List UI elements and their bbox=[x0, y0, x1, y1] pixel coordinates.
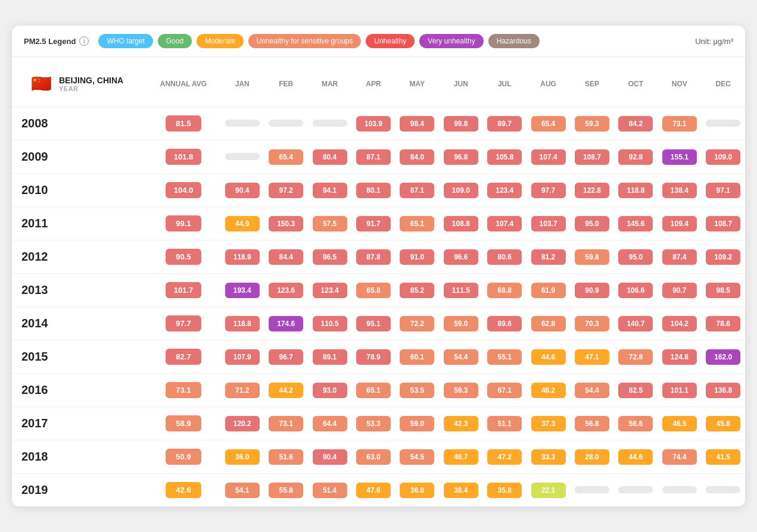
month-chip-2010-m1: 97.2 bbox=[269, 183, 303, 198]
val-cell-2012-m11: 109.2 bbox=[702, 240, 745, 274]
month-chip-2014-m10: 104.2 bbox=[662, 316, 697, 331]
month-chip-2010-m3: 80.1 bbox=[356, 183, 391, 198]
val-cell-2008-m8: 59.3 bbox=[570, 107, 613, 140]
month-chip-2012-m3: 87.8 bbox=[356, 249, 391, 265]
col-header-jan: JAN bbox=[220, 57, 264, 107]
avg-cell-2016: 73.1 bbox=[147, 374, 220, 407]
val-cell-2018-m4: 54.5 bbox=[395, 440, 439, 474]
month-chip-2010-m11: 97.1 bbox=[706, 183, 740, 198]
val-cell-2010-m0: 90.4 bbox=[220, 174, 264, 207]
month-chip-2019-m9 bbox=[618, 486, 653, 493]
month-chip-2018-m7: 33.3 bbox=[531, 449, 566, 465]
month-chip-2010-m2: 94.1 bbox=[313, 183, 347, 198]
val-cell-2008-m6: 89.7 bbox=[483, 107, 527, 140]
val-cell-2017-m11: 45.8 bbox=[702, 407, 745, 440]
val-cell-2008-m0 bbox=[220, 107, 264, 140]
month-chip-2012-m5: 96.6 bbox=[444, 249, 478, 265]
table-body: 200881.5 103.998.499.889.765.459.384.273… bbox=[12, 107, 745, 507]
info-icon[interactable]: i bbox=[79, 36, 89, 46]
month-chip-2016-m10: 101.1 bbox=[662, 383, 697, 398]
val-cell-2019-m8 bbox=[570, 474, 613, 507]
val-cell-2015-m5: 54.4 bbox=[439, 340, 482, 374]
month-chip-2015-m2: 89.1 bbox=[313, 349, 347, 365]
val-cell-2019-m1: 55.8 bbox=[264, 474, 307, 507]
avg-cell-2017: 58.9 bbox=[147, 407, 220, 440]
month-chip-2017-m11: 45.8 bbox=[706, 416, 740, 431]
unit-label: Unit: μg/m³ bbox=[695, 37, 733, 46]
avg-chip-2013: 101.7 bbox=[166, 282, 201, 298]
month-chip-2015-m1: 96.7 bbox=[269, 349, 303, 365]
month-chip-2014-m4: 72.2 bbox=[400, 316, 434, 331]
val-cell-2014-m0: 118.8 bbox=[220, 307, 264, 340]
legend-chip-2[interactable]: Moderate bbox=[197, 34, 244, 48]
val-cell-2011-m2: 57.5 bbox=[308, 207, 351, 240]
month-chip-2009-m3: 87.1 bbox=[356, 149, 391, 165]
month-chip-2019-m2: 51.4 bbox=[313, 483, 347, 498]
legend-chip-1[interactable]: Good bbox=[158, 34, 192, 48]
month-chip-2017-m8: 56.8 bbox=[575, 416, 609, 431]
month-chip-2019-m8 bbox=[575, 486, 609, 493]
val-cell-2009-m8: 108.7 bbox=[570, 140, 613, 174]
col-header-jul: JUL bbox=[483, 57, 527, 107]
val-cell-2010-m4: 87.1 bbox=[395, 174, 439, 207]
val-cell-2010-m3: 80.1 bbox=[351, 174, 395, 207]
month-chip-2015-m9: 72.8 bbox=[618, 349, 653, 365]
month-chip-2010-m8: 122.8 bbox=[575, 183, 609, 198]
month-chip-2018-m1: 51.6 bbox=[269, 449, 303, 465]
val-cell-2019-m0: 54.1 bbox=[220, 474, 264, 507]
val-cell-2008-m9: 84.2 bbox=[614, 107, 658, 140]
avg-cell-2012: 90.5 bbox=[147, 240, 220, 274]
col-header-oct: OCT bbox=[614, 57, 658, 107]
val-cell-2009-m10: 155.1 bbox=[658, 140, 701, 174]
month-chip-2008-m3: 103.9 bbox=[356, 116, 391, 132]
val-cell-2014-m9: 140.7 bbox=[614, 307, 658, 340]
col-header-apr: APR bbox=[351, 57, 395, 107]
legend-chips: WHO targetGoodModerateUnhealthy for sens… bbox=[98, 34, 539, 48]
month-chip-2012-m4: 91.0 bbox=[400, 249, 434, 265]
month-chip-2019-m3: 47.6 bbox=[356, 483, 391, 498]
month-chip-2011-m4: 65.1 bbox=[400, 216, 434, 231]
month-chip-2014-m0: 118.8 bbox=[225, 316, 260, 331]
val-cell-2018-m8: 28.0 bbox=[570, 440, 613, 474]
val-cell-2016-m7: 46.2 bbox=[527, 374, 570, 407]
val-cell-2011-m6: 107.4 bbox=[483, 207, 527, 240]
val-cell-2015-m9: 72.8 bbox=[614, 340, 658, 374]
val-cell-2015-m1: 96.7 bbox=[264, 340, 307, 374]
val-cell-2012-m7: 81.2 bbox=[527, 240, 570, 274]
val-cell-2013-m4: 85.2 bbox=[395, 274, 439, 307]
year-cell-2018: 2018 bbox=[12, 440, 147, 474]
val-cell-2015-m8: 47.1 bbox=[570, 340, 613, 374]
avg-chip-2016: 73.1 bbox=[166, 382, 201, 398]
month-chip-2019-m4: 36.8 bbox=[400, 483, 434, 498]
val-cell-2019-m6: 35.8 bbox=[483, 474, 527, 507]
year-label: YEAR bbox=[59, 85, 123, 92]
val-cell-2010-m6: 123.4 bbox=[483, 174, 527, 207]
month-chip-2011-m7: 103.7 bbox=[531, 216, 566, 231]
month-chip-2009-m2: 80.4 bbox=[313, 149, 347, 165]
val-cell-2009-m11: 109.0 bbox=[702, 140, 745, 174]
month-chip-2014-m11: 78.6 bbox=[706, 316, 740, 331]
val-cell-2017-m10: 46.5 bbox=[658, 407, 701, 440]
month-chip-2018-m2: 90.4 bbox=[313, 449, 347, 465]
legend-chip-4[interactable]: Unhealthy bbox=[366, 34, 415, 48]
val-cell-2010-m10: 138.4 bbox=[658, 174, 701, 207]
legend-chip-0[interactable]: WHO target bbox=[98, 34, 152, 48]
legend-chip-3[interactable]: Unhealthy for sensitive groups bbox=[248, 34, 361, 48]
month-chip-2015-m11: 162.0 bbox=[706, 349, 740, 365]
legend-chip-5[interactable]: Very unhealthy bbox=[419, 34, 483, 48]
location-info: 🇨🇳 Beijing, China YEAR bbox=[21, 64, 143, 103]
month-chip-2010-m6: 123.4 bbox=[487, 183, 522, 198]
legend-chip-6[interactable]: Hazardous bbox=[488, 34, 540, 48]
month-chip-2017-m1: 73.1 bbox=[269, 416, 303, 431]
val-cell-2017-m7: 37.3 bbox=[527, 407, 570, 440]
val-cell-2017-m5: 42.3 bbox=[439, 407, 482, 440]
val-cell-2008-m1 bbox=[264, 107, 307, 140]
val-cell-2018-m0: 36.0 bbox=[220, 440, 264, 474]
month-chip-2019-m0: 54.1 bbox=[225, 483, 260, 498]
val-cell-2014-m6: 89.6 bbox=[483, 307, 527, 340]
val-cell-2016-m9: 82.5 bbox=[614, 374, 658, 407]
val-cell-2018-m6: 47.2 bbox=[483, 440, 527, 474]
val-cell-2017-m2: 64.4 bbox=[308, 407, 351, 440]
val-cell-2009-m1: 65.4 bbox=[264, 140, 307, 174]
val-cell-2010-m2: 94.1 bbox=[308, 174, 351, 207]
